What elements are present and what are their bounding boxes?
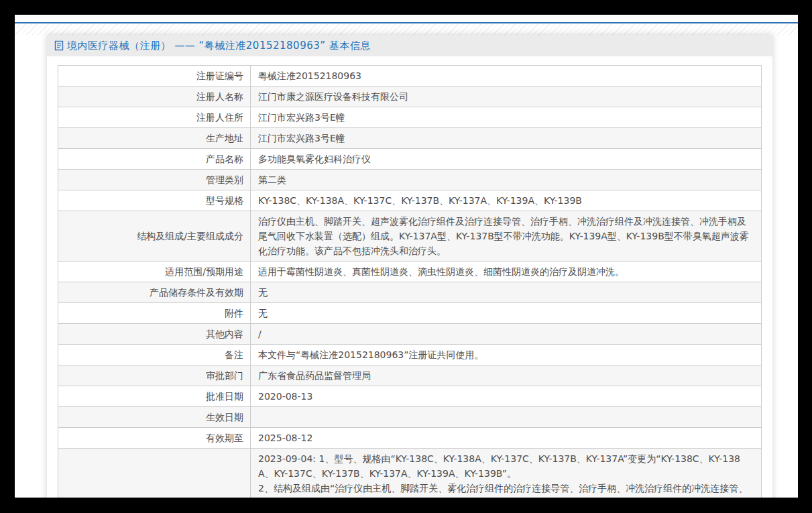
row-label: 管理类别: [58, 170, 251, 190]
row-label: 注册证编号: [58, 66, 251, 86]
hatched-background-band: [15, 23, 798, 35]
table-row: 产品名称多功能臭氧雾化妇科治疗仪: [58, 149, 761, 170]
table-row: 注册人住所江门市宏兴路3号E幢: [58, 107, 761, 128]
table-row: 2023-09-04: 1、型号、规格由“KY-138C、KY-138A、KY-…: [58, 449, 761, 498]
row-value: 本文件与“粤械注准20152180963”注册证共同使用。: [251, 345, 761, 365]
row-value: 治疗仪由主机、脚踏开关、超声波雾化治疗组件及治疗连接导管、治疗手柄、冲洗治疗组件…: [251, 211, 761, 261]
table-row: 结构及组成/主要组成成分治疗仪由主机、脚踏开关、超声波雾化治疗组件及治疗连接导管…: [58, 211, 761, 262]
page-title: 境内医疗器械（注册） —— “粤械注准20152180963” 基本信息: [67, 40, 371, 52]
panel-header: 境内医疗器械（注册） —— “粤械注准20152180963” 基本信息: [47, 35, 772, 56]
table-row: 注册证编号粤械注准20152180963: [58, 66, 761, 87]
row-label: 批准日期: [58, 386, 251, 406]
row-value: 2023-09-04: 1、型号、规格由“KY-138C、KY-138A、KY-…: [251, 449, 761, 498]
row-value: 粤械注准20152180963: [251, 66, 761, 86]
row-value: [251, 407, 761, 427]
row-value: 多功能臭氧雾化妇科治疗仪: [251, 149, 761, 169]
table-row: 其他内容/: [58, 324, 761, 345]
page-viewport: 境内医疗器械（注册） —— “粤械注准20152180963” 基本信息 注册证…: [15, 15, 798, 498]
row-value: 2025-08-12: [251, 428, 761, 448]
row-label: 型号规格: [58, 190, 251, 211]
content-panel: 境内医疗器械（注册） —— “粤械注准20152180963” 基本信息 注册证…: [47, 35, 772, 498]
row-value: 2020-08-13: [251, 386, 761, 406]
table-row: 生产地址江门市宏兴路3号E幢: [58, 128, 761, 149]
table-row: 有效期至2025-08-12: [58, 428, 761, 449]
row-label: 结构及组成/主要组成成分: [58, 211, 251, 261]
row-value: 广东省食品药品监督管理局: [251, 365, 761, 386]
row-label: 产品储存条件及有效期: [58, 282, 251, 302]
row-label: 审批部门: [58, 365, 251, 386]
row-value: 江门市康之源医疗设备科技有限公司: [251, 87, 761, 107]
table-row: 管理类别第二类: [58, 170, 761, 190]
row-value: 适用于霉菌性阴道炎、真菌性阴道炎、滴虫性阴道炎、细菌性阴道炎的治疗及阴道冲洗。: [251, 262, 761, 282]
table-row: 生效日期: [58, 407, 761, 428]
row-label: 适用范围/预期用途: [58, 262, 251, 282]
row-label: 备注: [58, 345, 251, 365]
document-icon: [54, 40, 64, 51]
table-row: 附件无: [58, 303, 761, 324]
row-label: 其他内容: [58, 324, 251, 344]
table-row: 适用范围/预期用途适用于霉菌性阴道炎、真菌性阴道炎、滴虫性阴道炎、细菌性阴道炎的…: [58, 262, 761, 282]
row-label: 注册人名称: [58, 87, 251, 107]
row-value: 江门市宏兴路3号E幢: [251, 128, 761, 148]
row-label: 生效日期: [58, 407, 251, 427]
table-row: 备注本文件与“粤械注准20152180963”注册证共同使用。: [58, 345, 761, 365]
table-row: 审批部门广东省食品药品监督管理局: [58, 365, 761, 386]
table-row: 注册人名称江门市康之源医疗设备科技有限公司: [58, 87, 761, 107]
table-row: 批准日期2020-08-13: [58, 386, 761, 407]
panel-body: 注册证编号粤械注准20152180963注册人名称江门市康之源医疗设备科技有限公…: [47, 56, 772, 498]
row-value: 无: [251, 282, 761, 302]
row-value: /: [251, 324, 761, 344]
row-value: 无: [251, 303, 761, 323]
table-row: 产品储存条件及有效期无: [58, 282, 761, 303]
row-label: 注册人住所: [58, 107, 251, 127]
row-label: 附件: [58, 303, 251, 323]
row-label: 生产地址: [58, 128, 251, 148]
row-value: KY-138C、KY-138A、KY-137C、KY-137B、KY-137A、…: [251, 190, 761, 211]
row-label: [58, 449, 251, 498]
row-value: 江门市宏兴路3号E幢: [251, 107, 761, 127]
row-label: 产品名称: [58, 149, 251, 169]
registration-table: 注册证编号粤械注准20152180963注册人名称江门市康之源医疗设备科技有限公…: [58, 65, 762, 498]
row-label: 有效期至: [58, 428, 251, 448]
top-white-strip: [15, 15, 798, 22]
row-value: 第二类: [251, 170, 761, 190]
table-row: 型号规格KY-138C、KY-138A、KY-137C、KY-137B、KY-1…: [58, 190, 761, 211]
